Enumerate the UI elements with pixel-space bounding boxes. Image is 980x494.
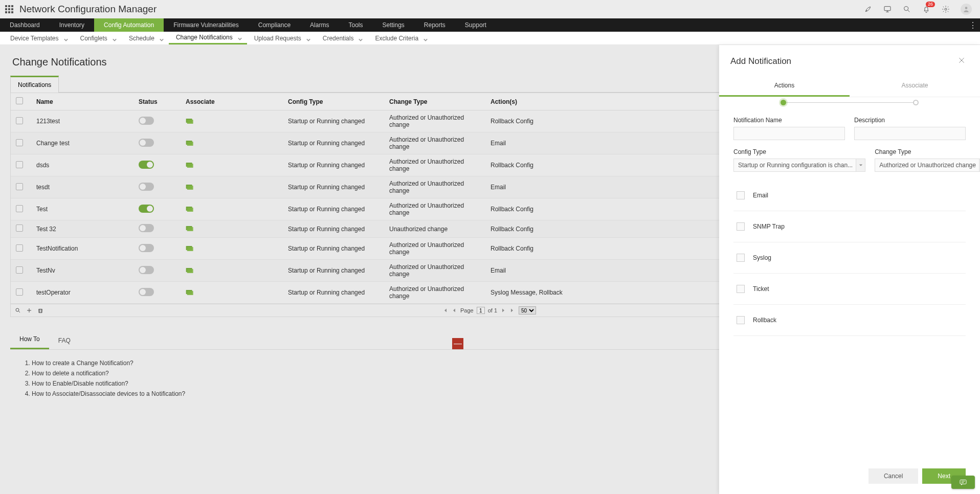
help-collapse-button[interactable]: — <box>452 338 463 349</box>
close-icon[interactable] <box>957 56 966 66</box>
col-name[interactable]: Name <box>31 93 133 110</box>
row-checkbox[interactable] <box>16 183 23 190</box>
page-input[interactable] <box>477 307 485 314</box>
action-checkbox[interactable] <box>737 191 745 199</box>
status-toggle[interactable] <box>139 266 154 274</box>
rocket-icon[interactable] <box>863 5 873 14</box>
bell-icon[interactable]: 26 <box>922 5 931 14</box>
avatar-icon[interactable] <box>961 4 972 15</box>
status-toggle[interactable] <box>139 161 154 169</box>
status-toggle[interactable] <box>139 183 154 191</box>
cancel-button[interactable]: Cancel <box>868 468 918 484</box>
row-name[interactable]: tesdt <box>31 176 133 198</box>
row-config-type: Startup or Running changed <box>283 132 384 154</box>
associate-icon[interactable] <box>186 183 194 190</box>
subnav-upload-requests[interactable]: Upload Requests <box>247 32 316 44</box>
tab-notifications[interactable]: Notifications <box>10 76 59 93</box>
action-checkbox[interactable] <box>737 316 745 324</box>
change-type-select[interactable]: Authorized or Unauthorized change <box>875 159 980 172</box>
presentation-icon[interactable] <box>883 5 892 14</box>
action-rollback: Rollback <box>733 305 966 336</box>
chat-fab[interactable] <box>951 476 975 489</box>
nav-reports[interactable]: Reports <box>414 18 455 32</box>
chevron-down-icon <box>238 35 242 39</box>
nav-inventory[interactable]: Inventory <box>50 18 94 32</box>
nav-alarms[interactable]: Alarms <box>300 18 339 32</box>
nav-compliance[interactable]: Compliance <box>249 18 300 32</box>
help-tab-faq[interactable]: FAQ <box>49 332 80 349</box>
kebab-icon[interactable]: ⋮ <box>969 18 977 32</box>
row-checkbox[interactable] <box>16 266 23 274</box>
description-input[interactable] <box>854 127 966 140</box>
config-type-value: Startup or Running configuration is chan… <box>733 159 865 172</box>
subnav-configlets[interactable]: Configlets <box>73 32 122 44</box>
associate-icon[interactable] <box>186 139 194 146</box>
col-status[interactable]: Status <box>133 93 181 110</box>
status-toggle[interactable] <box>139 117 154 125</box>
row-name[interactable]: 1213test <box>31 110 133 132</box>
col-associate[interactable]: Associate <box>181 93 283 110</box>
col-config-type[interactable]: Config Type <box>283 93 384 110</box>
nav-support[interactable]: Support <box>455 18 496 32</box>
row-name[interactable]: Test <box>31 198 133 220</box>
select-all-checkbox[interactable] <box>16 97 23 104</box>
action-checkbox[interactable] <box>737 285 745 293</box>
row-name[interactable]: TestNv <box>31 260 133 282</box>
app-header-left: Network Configuration Manager <box>5 4 157 15</box>
row-name[interactable]: dsds <box>31 154 133 176</box>
nav-settings[interactable]: Settings <box>372 18 414 32</box>
row-name[interactable]: Test 32 <box>31 220 133 238</box>
search-icon[interactable] <box>902 5 911 14</box>
wizard-tab-actions[interactable]: Actions <box>719 76 850 97</box>
action-checkbox[interactable] <box>737 254 745 262</box>
associate-icon[interactable] <box>186 288 194 296</box>
status-toggle[interactable] <box>139 224 154 232</box>
row-name[interactable]: TestNotification <box>31 238 133 260</box>
subnav-device-templates[interactable]: Device Templates <box>3 32 73 44</box>
wizard-tab-associate[interactable]: Associate <box>850 76 980 97</box>
associate-icon[interactable] <box>186 205 194 212</box>
notification-name-input[interactable] <box>733 127 845 140</box>
help-tab-how-to[interactable]: How To <box>10 330 49 349</box>
add-icon[interactable] <box>26 307 32 313</box>
subnav-exclude-criteria[interactable]: Exclude Criteria <box>368 32 433 44</box>
delete-icon[interactable] <box>37 307 43 313</box>
associate-icon[interactable] <box>186 161 194 168</box>
last-page-icon[interactable] <box>509 307 516 313</box>
associate-icon[interactable] <box>186 244 194 252</box>
row-checkbox[interactable] <box>16 117 23 124</box>
subnav-credentials[interactable]: Credentials <box>316 32 368 44</box>
row-checkbox[interactable] <box>16 224 23 232</box>
status-toggle[interactable] <box>139 139 154 147</box>
gear-icon[interactable] <box>941 5 950 14</box>
row-checkbox[interactable] <box>16 244 23 252</box>
next-page-icon[interactable] <box>500 307 506 313</box>
col-change-type[interactable]: Change Type <box>384 93 485 110</box>
row-name[interactable]: testOperator <box>31 282 133 304</box>
row-checkbox[interactable] <box>16 161 23 168</box>
associate-icon[interactable] <box>186 266 194 274</box>
subnav-schedule[interactable]: Schedule <box>122 32 169 44</box>
nav-tools[interactable]: Tools <box>339 18 372 32</box>
associate-icon[interactable] <box>186 117 194 124</box>
nav-config-automation[interactable]: Config Automation <box>94 18 164 32</box>
status-toggle[interactable] <box>139 205 154 213</box>
status-toggle[interactable] <box>139 288 154 296</box>
subnav-change-notifications[interactable]: Change Notifications <box>169 32 247 44</box>
apps-grid-icon[interactable] <box>5 5 13 13</box>
nav-dashboard[interactable]: Dashboard <box>0 18 50 32</box>
row-checkbox[interactable] <box>16 205 23 212</box>
action-checkbox[interactable] <box>737 222 745 231</box>
action-snmp-trap: SNMP Trap <box>733 211 966 242</box>
filter-search-icon[interactable] <box>15 307 21 313</box>
page-size-select[interactable]: 50 <box>519 306 536 315</box>
associate-icon[interactable] <box>186 224 194 232</box>
prev-page-icon[interactable] <box>451 307 457 313</box>
row-name[interactable]: Change test <box>31 132 133 154</box>
status-toggle[interactable] <box>139 244 154 252</box>
nav-firmware-vulnerabilities[interactable]: Firmware Vulnerabilities <box>164 18 249 32</box>
row-checkbox[interactable] <box>16 288 23 296</box>
first-page-icon[interactable] <box>442 307 448 313</box>
config-type-select[interactable]: Startup or Running configuration is chan… <box>733 159 865 172</box>
row-checkbox[interactable] <box>16 139 23 146</box>
